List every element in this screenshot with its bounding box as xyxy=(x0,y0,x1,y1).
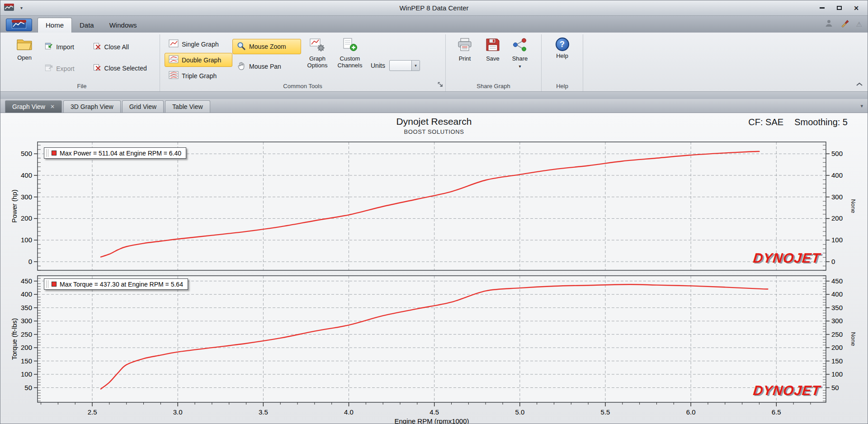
svg-text:Torque (ft-lbs): Torque (ft-lbs) xyxy=(10,318,18,360)
single-graph-button[interactable]: Single Graph xyxy=(165,37,232,51)
mouse-zoom-button[interactable]: Mouse Zoom xyxy=(232,39,301,54)
maximize-icon xyxy=(837,6,842,10)
svg-text:400: 400 xyxy=(831,171,843,179)
ribbon: Open Import Export xyxy=(0,33,868,92)
mouse-pan-button[interactable]: Mouse Pan xyxy=(232,59,301,74)
view-tab-strip: Graph View ✕ 3D Graph View Grid View Tab… xyxy=(0,99,868,113)
open-button[interactable]: Open xyxy=(9,35,40,61)
ribbon-group-file: Open Import Export xyxy=(4,34,160,91)
svg-text:100: 100 xyxy=(831,370,843,378)
triple-graph-label: Triple Graph xyxy=(182,72,217,80)
graph-view-panel: Dynojet Research BOOST SOLUTIONS CF: SAE… xyxy=(0,113,868,424)
custom-channels-icon xyxy=(342,38,358,54)
close-all-label: Close All xyxy=(104,43,129,51)
svg-text:450: 450 xyxy=(831,277,843,285)
torque-legend-text: Max Torque = 437.30 at Engine RPM = 5.64 xyxy=(60,281,183,288)
double-graph-icon xyxy=(169,55,179,65)
units-dropdown-caret-icon[interactable]: ▾ xyxy=(411,61,420,71)
custom-channels-button[interactable]: Custom Channels xyxy=(334,35,366,69)
tools-icon[interactable] xyxy=(840,19,849,29)
app-icon[interactable] xyxy=(4,4,14,13)
warning-icon[interactable]: ⚠ xyxy=(856,21,862,28)
units-label: Units xyxy=(371,62,385,69)
close-selected-label: Close Selected xyxy=(104,65,147,72)
svg-text:50: 50 xyxy=(24,384,32,391)
hand-icon xyxy=(236,61,246,72)
quick-access-menu-icon[interactable]: ▾ xyxy=(20,5,23,10)
view-tab-grid[interactable]: Grid View xyxy=(122,100,164,113)
triple-graph-button[interactable]: Triple Graph xyxy=(165,69,232,83)
svg-text:500: 500 xyxy=(831,150,843,157)
print-label: Print xyxy=(459,56,471,62)
graph-options-icon xyxy=(309,38,326,54)
export-button[interactable]: Export xyxy=(40,61,89,76)
legend-grip xyxy=(46,280,48,288)
svg-text:300: 300 xyxy=(21,317,32,325)
single-graph-icon xyxy=(169,39,179,49)
minimize-icon xyxy=(820,7,825,8)
profile-icon[interactable] xyxy=(825,19,833,29)
minimize-button[interactable] xyxy=(814,3,830,13)
save-button[interactable]: Save xyxy=(479,35,506,62)
close-tab-icon[interactable]: ✕ xyxy=(50,104,55,109)
svg-text:350: 350 xyxy=(21,304,32,311)
svg-text:400: 400 xyxy=(21,171,32,179)
double-graph-label: Double Graph xyxy=(182,57,221,64)
triple-graph-icon xyxy=(169,71,179,80)
application-menu-button[interactable] xyxy=(6,19,32,31)
view-tab-table[interactable]: Table View xyxy=(165,100,210,113)
svg-text:3.0: 3.0 xyxy=(173,408,183,416)
svg-text:200: 200 xyxy=(21,214,32,222)
close-selected-button[interactable]: Close Selected xyxy=(89,61,155,75)
ribbon-tab-data[interactable]: Data xyxy=(72,18,102,33)
svg-text:400: 400 xyxy=(21,290,32,298)
collapse-ribbon-icon[interactable] xyxy=(856,80,863,88)
ribbon-group-common-tools: Single Graph Double Graph Triple Graph xyxy=(160,34,446,91)
view-tab-graph[interactable]: Graph View ✕ xyxy=(5,100,62,113)
title-bar[interactable]: ▾ WinPEP 8 Data Center ✕ xyxy=(0,0,868,16)
double-graph-button[interactable]: Double Graph xyxy=(165,53,232,67)
view-tab-3d-graph[interactable]: 3D Graph View xyxy=(63,100,121,113)
svg-text:None: None xyxy=(850,199,857,213)
help-button[interactable]: ? Help xyxy=(549,35,576,60)
svg-text:150: 150 xyxy=(21,357,32,365)
svg-text:50: 50 xyxy=(831,384,839,391)
ribbon-tab-home[interactable]: Home xyxy=(38,18,72,33)
dialog-launcher-icon[interactable] xyxy=(438,81,443,89)
svg-text:200: 200 xyxy=(831,214,843,222)
share-dropdown-caret-icon[interactable]: ▾ xyxy=(519,64,521,69)
torque-chart-container: 5050100100150150200200250250300300350350… xyxy=(9,274,859,424)
tab-list-caret-icon[interactable]: ▾ xyxy=(860,103,863,109)
svg-text:4.5: 4.5 xyxy=(429,408,439,416)
svg-text:None: None xyxy=(850,332,857,346)
share-button[interactable]: Share ▾ xyxy=(506,35,533,69)
close-all-button[interactable]: Close All xyxy=(89,40,155,54)
import-button[interactable]: Import xyxy=(40,40,89,54)
group-label-common-tools: Common Tools xyxy=(160,83,445,90)
power-legend[interactable]: Max Power = 511.04 at Engine RPM = 6.40 xyxy=(44,147,186,159)
ribbon-tab-windows[interactable]: Windows xyxy=(102,18,145,33)
open-label: Open xyxy=(17,55,32,61)
export-icon xyxy=(44,64,53,74)
graph-options-button[interactable]: Graph Options xyxy=(301,35,334,69)
group-label-share-graph: Share Graph xyxy=(446,83,541,90)
print-button[interactable]: Print xyxy=(450,35,479,62)
single-graph-label: Single Graph xyxy=(182,41,219,48)
torque-legend[interactable]: Max Torque = 437.30 at Engine RPM = 5.64 xyxy=(44,278,188,290)
units-dropdown[interactable]: ▾ xyxy=(389,60,420,71)
power-chart[interactable]: 00100100200200300300400400500500Power (h… xyxy=(9,138,859,274)
share-icon xyxy=(512,38,528,54)
close-button[interactable]: ✕ xyxy=(849,3,864,13)
maximize-button[interactable] xyxy=(831,3,847,13)
open-folder-icon xyxy=(16,38,33,53)
mouse-zoom-label: Mouse Zoom xyxy=(249,43,286,50)
series-color-chip xyxy=(52,282,57,287)
torque-chart[interactable]: 5050100100150150200200250250300300350350… xyxy=(9,274,859,424)
view-tab-graph-label: Graph View xyxy=(12,103,45,110)
dynojet-watermark: DYNOJET xyxy=(753,250,821,266)
svg-text:3.5: 3.5 xyxy=(259,408,268,416)
svg-text:Engine RPM (rpmx1000): Engine RPM (rpmx1000) xyxy=(394,417,469,424)
correction-factor-label: CF: SAE xyxy=(748,117,783,127)
smoothing-label: Smoothing: 5 xyxy=(794,117,848,127)
group-label-help: Help xyxy=(542,83,583,90)
